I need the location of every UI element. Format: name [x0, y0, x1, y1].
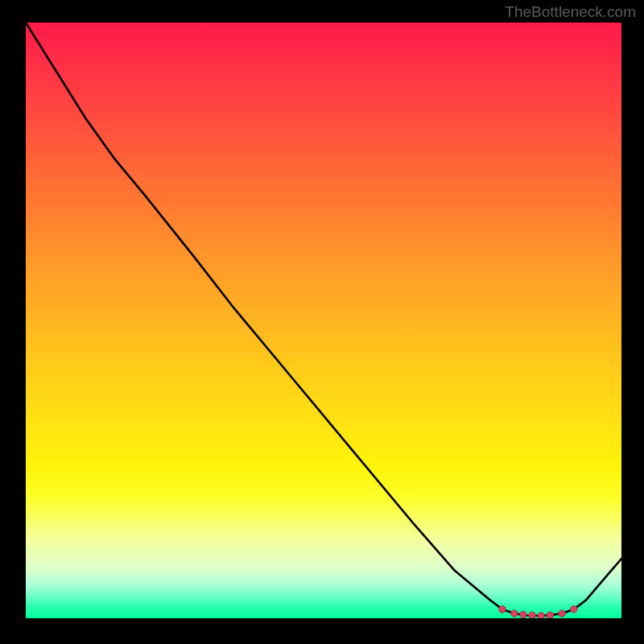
- marker-dot: [538, 613, 544, 618]
- plot-area: [26, 23, 621, 618]
- marker-dot: [520, 611, 526, 617]
- marker-dot: [559, 610, 565, 617]
- marker-dot: [547, 612, 553, 618]
- marker-dot: [499, 606, 506, 613]
- bottleneck-curve: [26, 23, 621, 616]
- marker-dot: [529, 612, 535, 618]
- marker-dot: [511, 610, 518, 617]
- chart-container: TheBottleneck.com: [0, 0, 644, 644]
- curve-svg: [26, 23, 621, 618]
- marker-dot: [571, 606, 577, 613]
- watermark-text: TheBottleneck.com: [505, 3, 636, 21]
